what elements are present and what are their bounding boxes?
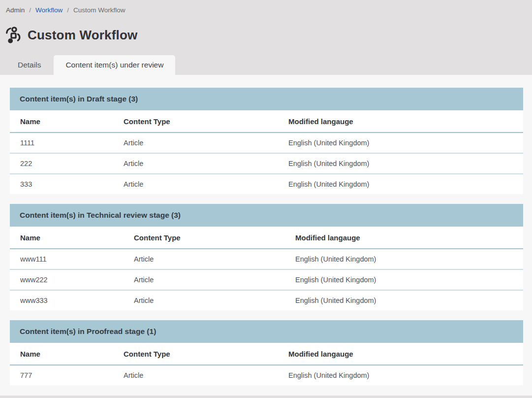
breadcrumb-item-current: Custom Workflow bbox=[73, 6, 125, 14]
table-header-row: Name Content Type Modified langauge bbox=[10, 227, 523, 249]
proofread-items-table: Name Content Type Modified langauge 777 … bbox=[10, 343, 523, 385]
cell-content-type: Article bbox=[113, 365, 278, 385]
cell-content-type: Article bbox=[124, 249, 285, 269]
cell-content-type: Article bbox=[113, 153, 278, 174]
cell-modified-language: English (United Kingdom) bbox=[285, 290, 523, 310]
breadcrumb-item-admin: Admin bbox=[6, 6, 25, 14]
draft-items-table: Name Content Type Modified langauge 1111… bbox=[10, 110, 523, 194]
table-row: 777 Article English (United Kingdom) bbox=[10, 365, 523, 385]
column-header-content-type: Content Type bbox=[113, 343, 278, 365]
page-title-row: Custom Workflow bbox=[5, 26, 532, 44]
breadcrumb-separator: / bbox=[29, 6, 31, 14]
technical-review-items-table: Name Content Type Modified langauge www1… bbox=[10, 227, 523, 310]
stage-section-proofread: Content item(s) in Proofread stage (1) N… bbox=[10, 320, 523, 385]
column-header-name: Name bbox=[10, 227, 124, 249]
column-header-content-type: Content Type bbox=[113, 110, 278, 133]
page-title: Custom Workflow bbox=[28, 28, 138, 43]
stage-section-draft: Content item(s) in Draft stage (3) Name … bbox=[10, 88, 523, 194]
cell-content-type: Article bbox=[113, 133, 278, 153]
column-header-modified-language: Modified langauge bbox=[285, 227, 523, 249]
cell-modified-language: English (United Kingdom) bbox=[278, 133, 523, 153]
tab-details[interactable]: Details bbox=[5, 55, 54, 75]
table-header-row: Name Content Type Modified langauge bbox=[10, 110, 523, 133]
cell-modified-language: English (United Kingdom) bbox=[278, 174, 523, 194]
workflow-icon bbox=[5, 27, 22, 43]
content-area: Content item(s) in Draft stage (3) Name … bbox=[0, 75, 532, 396]
breadcrumb-item-workflow-link[interactable]: Workflow bbox=[35, 6, 63, 14]
tab-content-items-under-review[interactable]: Content item(s) under review bbox=[54, 55, 175, 75]
column-header-name: Name bbox=[10, 110, 113, 133]
cell-name: 222 bbox=[10, 153, 113, 174]
cell-content-type: Article bbox=[124, 290, 285, 310]
section-header-technical-review: Content item(s) in Technical review stag… bbox=[10, 204, 523, 227]
table-row: www333 Article English (United Kingdom) bbox=[10, 290, 523, 310]
cell-name: www111 bbox=[10, 249, 124, 269]
column-header-modified-language: Modified langauge bbox=[278, 343, 523, 365]
cell-content-type: Article bbox=[113, 174, 278, 194]
table-row: www111 Article English (United Kingdom) bbox=[10, 249, 523, 269]
cell-modified-language: English (United Kingdom) bbox=[278, 153, 523, 174]
table-header-row: Name Content Type Modified langauge bbox=[10, 343, 523, 365]
page-header-area: Admin / Workflow / Custom Workflow Custo… bbox=[0, 0, 532, 75]
cell-content-type: Article bbox=[124, 269, 285, 290]
column-header-content-type: Content Type bbox=[124, 227, 285, 249]
table-row: 1111 Article English (United Kingdom) bbox=[10, 133, 523, 153]
breadcrumb-separator: / bbox=[67, 6, 69, 14]
cell-modified-language: English (United Kingdom) bbox=[285, 269, 523, 290]
section-header-draft: Content item(s) in Draft stage (3) bbox=[10, 88, 523, 110]
cell-name: 1111 bbox=[10, 133, 113, 153]
cell-name: www333 bbox=[10, 290, 124, 310]
cell-name: 777 bbox=[10, 365, 113, 385]
cell-name: 333 bbox=[10, 174, 113, 194]
column-header-modified-language: Modified langauge bbox=[278, 110, 523, 133]
stage-section-technical-review: Content item(s) in Technical review stag… bbox=[10, 204, 523, 310]
section-header-proofread: Content item(s) in Proofread stage (1) bbox=[10, 320, 523, 343]
cell-modified-language: English (United Kingdom) bbox=[285, 249, 523, 269]
table-row: 333 Article English (United Kingdom) bbox=[10, 174, 523, 194]
column-header-name: Name bbox=[10, 343, 113, 365]
cell-name: www222 bbox=[10, 269, 124, 290]
breadcrumb: Admin / Workflow / Custom Workflow bbox=[0, 0, 532, 14]
tab-bar: Details Content item(s) under review bbox=[0, 55, 532, 75]
cell-modified-language: English (United Kingdom) bbox=[278, 365, 523, 385]
table-row: 222 Article English (United Kingdom) bbox=[10, 153, 523, 174]
table-row: www222 Article English (United Kingdom) bbox=[10, 269, 523, 290]
